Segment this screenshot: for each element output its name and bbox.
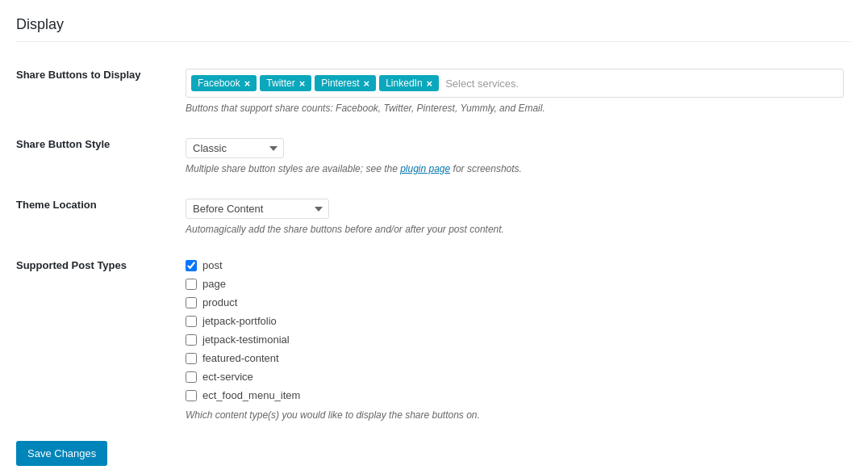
- save-changes-button[interactable]: Save Changes: [16, 441, 107, 466]
- settings-page: Display Share Buttons to Display Faceboo…: [0, 0, 868, 474]
- checkbox-label-featured-content: featured-content: [202, 352, 279, 364]
- checkbox-item-ect_food_menu_item[interactable]: ect_food_menu_item: [186, 389, 844, 401]
- theme-location-select[interactable]: Before ContentAfter ContentBefore and Af…: [186, 199, 329, 219]
- checkbox-item-jetpack-testimonial[interactable]: jetpack-testimonial: [186, 333, 844, 346]
- checkbox-item-post[interactable]: post: [186, 259, 844, 271]
- share-button-style-row: Share Button Style ClassicIconIcon + Cou…: [16, 126, 852, 187]
- checkbox-page[interactable]: [186, 279, 197, 290]
- theme-location-description: Automagically add the share buttons befo…: [186, 224, 844, 235]
- checkbox-item-jetpack-portfolio[interactable]: jetpack-portfolio: [186, 315, 844, 327]
- plugin-page-link[interactable]: plugin page: [400, 163, 450, 174]
- tag-remove-icon[interactable]: ×: [427, 78, 433, 89]
- checkbox-label-post: post: [202, 259, 223, 271]
- checkbox-featured-content[interactable]: [186, 353, 197, 364]
- checkbox-item-featured-content[interactable]: featured-content: [186, 352, 844, 364]
- checkbox-label-ect_food_menu_item: ect_food_menu_item: [202, 389, 300, 401]
- checkbox-ect-service[interactable]: [186, 371, 197, 383]
- theme-location-row: Theme Location Before ContentAfter Conte…: [16, 187, 852, 247]
- settings-table: Share Buttons to Display Facebook×Twitte…: [16, 57, 852, 433]
- tag-label: Pinterest: [321, 78, 359, 89]
- tag-input-container[interactable]: Facebook×Twitter×Pinterest×LinkedIn×Sele…: [186, 69, 844, 98]
- share-button-style-label: Share Button Style: [16, 126, 177, 187]
- supported-post-types-row: Supported Post Types postpageproductjetp…: [16, 247, 852, 433]
- tag-linkedin[interactable]: LinkedIn×: [379, 75, 439, 91]
- checkbox-item-page[interactable]: page: [186, 278, 844, 290]
- tag-twitter[interactable]: Twitter×: [260, 75, 311, 91]
- theme-location-label: Theme Location: [16, 187, 177, 247]
- tag-remove-icon[interactable]: ×: [299, 78, 306, 89]
- style-desc-suffix: for screenshots.: [450, 163, 522, 174]
- tag-label: Twitter: [266, 78, 294, 89]
- tag-remove-icon[interactable]: ×: [364, 78, 370, 89]
- share-buttons-cell: Facebook×Twitter×Pinterest×LinkedIn×Sele…: [177, 57, 852, 126]
- tag-label: LinkedIn: [386, 78, 422, 89]
- checkbox-label-product: product: [202, 296, 237, 308]
- checkbox-ect_food_menu_item[interactable]: [186, 390, 197, 401]
- checkbox-label-jetpack-testimonial: jetpack-testimonial: [202, 333, 290, 346]
- checkbox-post[interactable]: [186, 260, 197, 271]
- share-button-style-cell: ClassicIconIcon + CountButtonButton + Co…: [177, 126, 852, 187]
- checkbox-item-product[interactable]: product: [186, 296, 844, 308]
- checkbox-group: postpageproductjetpack-portfoliojetpack-…: [186, 259, 844, 401]
- checkbox-item-ect-service[interactable]: ect-service: [186, 371, 844, 383]
- post-types-description: Which content type(s) you would like to …: [186, 409, 844, 421]
- tag-facebook[interactable]: Facebook×: [191, 75, 257, 91]
- checkbox-label-jetpack-portfolio: jetpack-portfolio: [202, 315, 277, 327]
- tag-input-placeholder: Select services.: [442, 78, 519, 90]
- tag-label: Facebook: [198, 78, 240, 89]
- checkbox-jetpack-testimonial[interactable]: [186, 334, 197, 346]
- theme-location-cell: Before ContentAfter ContentBefore and Af…: [177, 187, 852, 247]
- share-buttons-description: Buttons that support share counts: Faceb…: [186, 103, 844, 114]
- tag-remove-icon[interactable]: ×: [244, 78, 251, 89]
- share-button-style-select[interactable]: ClassicIconIcon + CountButtonButton + Co…: [186, 138, 284, 158]
- supported-post-types-label: Supported Post Types: [16, 247, 177, 433]
- share-button-style-description: Multiple share button styles are availab…: [186, 163, 844, 174]
- checkbox-label-page: page: [202, 278, 226, 290]
- supported-post-types-cell: postpageproductjetpack-portfoliojetpack-…: [177, 247, 852, 433]
- style-desc-prefix: Multiple share button styles are availab…: [186, 163, 400, 174]
- page-title: Display: [16, 16, 852, 42]
- share-buttons-label: Share Buttons to Display: [16, 57, 177, 126]
- checkbox-label-ect-service: ect-service: [202, 371, 253, 383]
- tag-pinterest[interactable]: Pinterest×: [315, 75, 376, 91]
- checkbox-product[interactable]: [186, 297, 197, 308]
- share-buttons-row: Share Buttons to Display Facebook×Twitte…: [16, 57, 852, 126]
- checkbox-jetpack-portfolio[interactable]: [186, 316, 197, 327]
